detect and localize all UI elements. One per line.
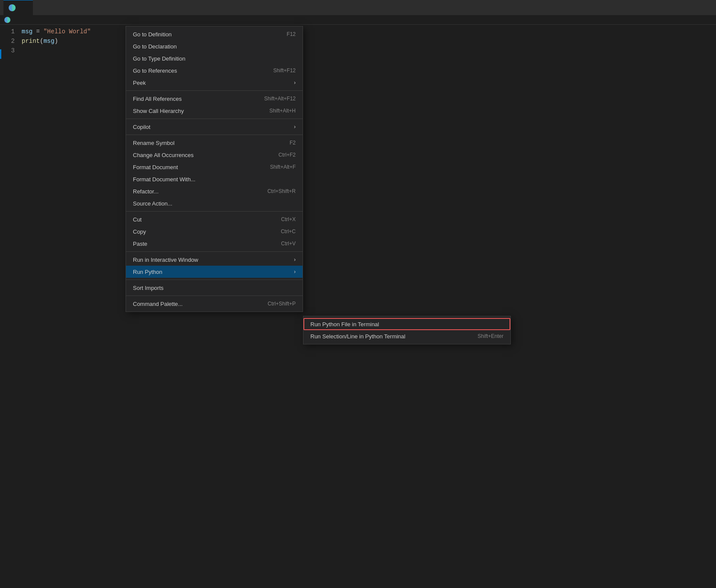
submenu-item-label-run-python-file-terminal: Run Python File in Terminal: [310, 321, 379, 328]
menu-separator-8: [126, 135, 303, 135]
breadcrumb-file-icon: [4, 17, 10, 23]
editor-line-2: 2 print(msg): [0, 38, 716, 47]
menu-item-label-run-interactive-window: Run in Interactive Window: [133, 257, 198, 263]
line-number-3: 3: [0, 47, 22, 54]
menu-item-label-rename-symbol: Rename Symbol: [133, 140, 174, 146]
menu-item-label-find-all-references: Find All References: [133, 96, 182, 102]
menu-item-source-action[interactable]: Source Action...: [126, 197, 303, 209]
menu-item-arrow-run-interactive-window: ›: [294, 257, 296, 263]
menu-item-label-copy: Copy: [133, 228, 146, 235]
breadcrumb: [0, 15, 716, 25]
menu-item-show-call-hierarchy[interactable]: Show Call HierarchyShift+Alt+H: [126, 105, 303, 117]
editor-line-3: 3: [0, 47, 716, 57]
menu-item-label-paste: Paste: [133, 241, 147, 247]
menu-item-command-palette[interactable]: Command Palette...Ctrl+Shift+P: [126, 298, 303, 310]
menu-item-shortcut-show-call-hierarchy: Shift+Alt+H: [269, 108, 296, 114]
title-bar: [0, 0, 716, 15]
menu-item-copilot[interactable]: Copilot›: [126, 121, 303, 133]
menu-item-label-copilot: Copilot: [133, 124, 150, 130]
editor-tab[interactable]: [3, 0, 33, 15]
submenu-item-run-selection-line[interactable]: Run Selection/Line in Python TerminalShi…: [303, 330, 510, 342]
menu-item-find-all-references[interactable]: Find All ReferencesShift+Alt+F12: [126, 93, 303, 105]
menu-item-cut[interactable]: CutCtrl+X: [126, 213, 303, 225]
menu-separator-5: [126, 90, 303, 91]
menu-item-label-run-python: Run Python: [133, 269, 162, 275]
menu-item-arrow-peek: ›: [294, 80, 296, 86]
menu-item-label-show-call-hierarchy: Show Call Hierarchy: [133, 108, 184, 114]
menu-item-go-to-type-definition[interactable]: Go to Type Definition: [126, 52, 303, 64]
menu-item-label-format-document-with: Format Document With...: [133, 176, 195, 183]
menu-item-run-interactive-window[interactable]: Run in Interactive Window›: [126, 254, 303, 266]
menu-item-shortcut-command-palette: Ctrl+Shift+P: [268, 301, 296, 307]
menu-item-shortcut-copy: Ctrl+C: [281, 228, 296, 235]
menu-item-label-source-action: Source Action...: [133, 200, 172, 207]
menu-item-shortcut-cut: Ctrl+X: [281, 216, 296, 222]
submenu-item-run-python-file-terminal[interactable]: Run Python File in Terminal: [303, 318, 510, 330]
menu-item-format-document[interactable]: Format DocumentShift+Alt+F: [126, 161, 303, 173]
menu-item-label-cut: Cut: [133, 216, 142, 223]
menu-separator-14: [126, 211, 303, 212]
menu-item-refactor[interactable]: Refactor...Ctrl+Shift+R: [126, 185, 303, 197]
menu-item-copy[interactable]: CopyCtrl+C: [126, 225, 303, 238]
menu-item-rename-symbol[interactable]: Rename SymbolF2: [126, 137, 303, 149]
menu-item-label-change-all-occurrences: Change All Occurrences: [133, 152, 194, 158]
menu-item-go-to-references[interactable]: Go to ReferencesShift+F12: [126, 64, 303, 77]
menu-item-go-to-declaration[interactable]: Go to Declaration: [126, 40, 303, 52]
menu-item-shortcut-go-to-definition: F12: [287, 31, 296, 37]
menu-item-arrow-copilot: ›: [294, 124, 296, 130]
menu-item-shortcut-paste: Ctrl+V: [281, 241, 296, 247]
menu-item-sort-imports[interactable]: Sort Imports: [126, 282, 303, 294]
menu-separator-17: [126, 251, 303, 252]
submenu-item-label-run-selection-line: Run Selection/Line in Python Terminal: [310, 333, 405, 340]
menu-item-label-go-to-declaration: Go to Declaration: [133, 43, 177, 50]
menu-item-peek[interactable]: Peek›: [126, 77, 303, 89]
submenu-item-shortcut-run-selection-line: Shift+Enter: [477, 333, 503, 339]
menu-item-shortcut-format-document: Shift+Alt+F: [270, 164, 296, 170]
line-number-1: 1: [0, 28, 22, 35]
line-number-2: 2: [0, 38, 22, 45]
menu-item-label-peek: Peek: [133, 80, 146, 86]
editor-line-1: 1 msg = "Hello World": [0, 28, 716, 38]
tab-close-button[interactable]: [21, 4, 28, 11]
menu-item-arrow-run-python: ›: [294, 269, 296, 275]
editor-area: 1 msg = "Hello World" 2 print(msg) 3: [0, 25, 716, 60]
menu-item-label-sort-imports: Sort Imports: [133, 285, 164, 291]
menu-item-shortcut-change-all-occurrences: Ctrl+F2: [278, 152, 296, 158]
menu-item-label-go-to-type-definition: Go to Type Definition: [133, 55, 185, 62]
menu-item-change-all-occurrences[interactable]: Change All OccurrencesCtrl+F2: [126, 149, 303, 161]
menu-item-paste[interactable]: PasteCtrl+V: [126, 238, 303, 250]
menu-separator-7: [126, 119, 303, 119]
menu-separator-19: [126, 280, 303, 280]
menu-item-label-refactor: Refactor...: [133, 188, 158, 195]
menu-item-shortcut-find-all-references: Shift+Alt+F12: [264, 96, 296, 102]
menu-item-label-command-palette: Command Palette...: [133, 301, 183, 307]
line-content-1: msg = "Hello World": [22, 28, 91, 35]
menu-item-label-format-document: Format Document: [133, 164, 178, 170]
menu-item-shortcut-go-to-references: Shift+F12: [273, 67, 296, 74]
submenu-run-python: Run Python File in TerminalRun Selection…: [303, 316, 511, 344]
menu-item-format-document-with[interactable]: Format Document With...: [126, 173, 303, 185]
active-line-accent: [0, 49, 1, 59]
context-menu: Go to DefinitionF12Go to DeclarationGo t…: [126, 26, 303, 312]
menu-separator-20: [126, 296, 303, 296]
file-icon: [9, 4, 16, 11]
menu-item-shortcut-rename-symbol: F2: [290, 140, 296, 146]
line-content-2: print(msg): [22, 38, 58, 45]
menu-item-label-go-to-definition: Go to Definition: [133, 31, 172, 38]
menu-item-label-go-to-references: Go to References: [133, 67, 177, 74]
menu-item-go-to-definition[interactable]: Go to DefinitionF12: [126, 28, 303, 40]
menu-item-shortcut-refactor: Ctrl+Shift+R: [268, 188, 296, 194]
menu-item-run-python[interactable]: Run Python›: [126, 266, 303, 278]
